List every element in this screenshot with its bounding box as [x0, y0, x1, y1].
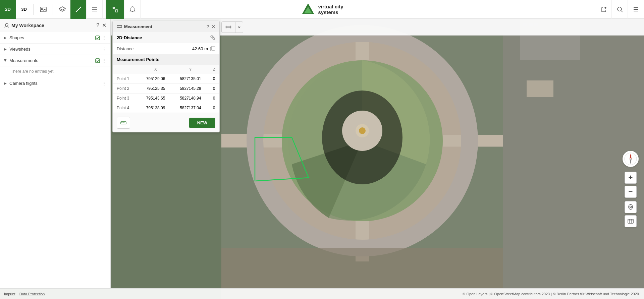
shapes-check — [95, 36, 100, 40]
ws-item-cameraflights-right: ⋮ — [102, 81, 106, 86]
btn-locate[interactable] — [625, 201, 637, 213]
svg-point-62 — [230, 27, 231, 28]
shapes-more[interactable]: ⋮ — [102, 35, 106, 40]
ws-item-cameraflights[interactable]: ▶ Camera flights ⋮ — [0, 78, 110, 89]
help-icon[interactable]: ? — [96, 22, 99, 28]
pt-name-3: Point 4 — [113, 103, 139, 113]
topbar: 2D 3D — [0, 0, 644, 19]
svg-point-61 — [226, 27, 227, 28]
mp-ruler-button[interactable] — [117, 117, 130, 129]
btn-share[interactable] — [596, 0, 612, 19]
pt-y-0: 5827135.01 — [172, 74, 209, 84]
compass[interactable]: N — [623, 151, 639, 167]
svg-rect-85 — [628, 219, 633, 223]
btn-menu[interactable] — [628, 0, 644, 19]
chevron-viewsheds: ▶ — [4, 47, 7, 51]
btn-group-lines — [221, 21, 243, 33]
ws-item-shapes-right: ⋮ — [95, 35, 106, 40]
mp-title: Measurement — [124, 24, 152, 29]
mp-footer: NEW — [113, 113, 219, 132]
btn-notifications[interactable] — [124, 0, 141, 19]
ws-item-shapes-left: ▶ Shapes — [4, 35, 24, 40]
btn-image[interactable] — [35, 0, 51, 19]
measurements-more[interactable]: ⋮ — [102, 58, 106, 63]
btn-layers[interactable] — [54, 0, 70, 19]
col-y: Y — [172, 65, 209, 74]
svg-point-84 — [630, 206, 632, 208]
btn-search[interactable] — [612, 0, 628, 19]
separator-1 — [34, 4, 34, 15]
col-name — [113, 65, 139, 74]
btn-settings[interactable] — [87, 0, 103, 19]
btn-3d[interactable]: 3D — [16, 0, 32, 19]
mp-distance-row: Distance 42.60 m — [113, 43, 219, 54]
svg-rect-33 — [115, 10, 118, 12]
mp-help-icon[interactable]: ? — [207, 24, 209, 29]
btn-lines-dropdown[interactable] — [235, 25, 243, 29]
mp-points-header: Measurement Points — [113, 54, 219, 65]
svg-point-60 — [230, 25, 231, 26]
imprint-link[interactable]: Imprint — [4, 292, 15, 296]
copy-icon[interactable] — [210, 46, 215, 51]
viewsheds-more[interactable]: ⋮ — [102, 47, 106, 52]
data-protection-link[interactable]: Data Protection — [19, 292, 45, 296]
pt-name-1: Point 2 — [113, 84, 139, 94]
ws-item-measurements-label: Measurements — [9, 58, 38, 63]
svg-rect-74 — [212, 46, 215, 50]
bottom-left: Imprint Data Protection — [4, 292, 45, 296]
btn-lines-tool[interactable] — [222, 22, 235, 33]
pt-y-1: 5827145.29 — [172, 84, 209, 94]
topbar-right — [596, 0, 644, 19]
table-row: Point 4 795138.09 5827137.04 0 — [113, 103, 219, 113]
separator-2 — [53, 4, 53, 15]
ws-item-cameraflights-label: Camera flights — [9, 81, 38, 86]
cameraflights-more[interactable]: ⋮ — [102, 81, 106, 86]
bottom-bar: Imprint Data Protection © Open Layers | … — [0, 288, 644, 299]
svg-rect-27 — [40, 7, 46, 12]
pt-name-2: Point 3 — [113, 94, 139, 103]
measurement-panel: Measurement ? ✕ 2D-Distance Distance 42.… — [112, 21, 220, 132]
chevron-shapes: ▶ — [4, 36, 7, 40]
btn-2d[interactable]: 2D — [0, 0, 16, 19]
pt-z-1: 0 — [209, 84, 219, 94]
measurements-check — [95, 58, 100, 63]
svg-point-71 — [211, 36, 213, 38]
svg-point-63 — [5, 23, 8, 26]
btn-zoom-in[interactable]: + — [625, 172, 637, 184]
scissors-icon[interactable] — [210, 35, 215, 40]
mp-distance-label: Distance — [117, 46, 134, 51]
pt-x-1: 795125.35 — [139, 84, 172, 94]
btn-zoom-out[interactable]: − — [625, 186, 637, 198]
ws-item-viewsheds-label: Viewsheds — [9, 47, 31, 52]
svg-text:N: N — [630, 155, 631, 157]
svg-rect-64 — [96, 36, 100, 40]
svg-rect-25 — [527, 80, 553, 97]
mp-distance-number: 42.60 m — [192, 46, 208, 51]
ws-item-measurements-right: ⋮ — [95, 58, 106, 63]
svg-line-38 — [621, 11, 623, 12]
pt-z-3: 0 — [209, 103, 219, 113]
ws-item-measurements[interactable]: ▶ Measurements ⋮ — [0, 55, 110, 66]
pt-x-3: 795138.09 — [139, 103, 172, 113]
pt-z-2: 0 — [209, 94, 219, 103]
close-panel-icon[interactable]: ✕ — [102, 22, 106, 28]
svg-rect-75 — [121, 122, 126, 124]
measurements-empty: There are no entries yet. — [0, 66, 110, 78]
panel-title: My Workspace — [4, 23, 44, 28]
mp-close-icon[interactable]: ✕ — [212, 24, 215, 29]
svg-point-6 — [359, 127, 366, 134]
svg-point-29 — [78, 9, 79, 10]
ws-item-viewsheds[interactable]: ▶ Viewsheds ⋮ — [0, 44, 110, 55]
col-z: Z — [209, 65, 219, 74]
logo-text-2: systems — [318, 9, 343, 15]
pt-name-0: Point 1 — [113, 74, 139, 84]
btn-map-view[interactable] — [625, 215, 637, 227]
btn-measure[interactable] — [70, 0, 87, 19]
table-row: Point 1 795129.06 5827135.01 0 — [113, 74, 219, 84]
panel-header: My Workspace ? ✕ — [0, 19, 110, 32]
pt-x-0: 795129.06 — [139, 74, 172, 84]
ws-item-shapes[interactable]: ▶ Shapes ⋮ — [0, 32, 110, 44]
logo-text-1: virtual city — [318, 4, 343, 9]
btn-tool-active[interactable] — [106, 0, 124, 19]
mp-new-button[interactable]: NEW — [189, 118, 215, 128]
